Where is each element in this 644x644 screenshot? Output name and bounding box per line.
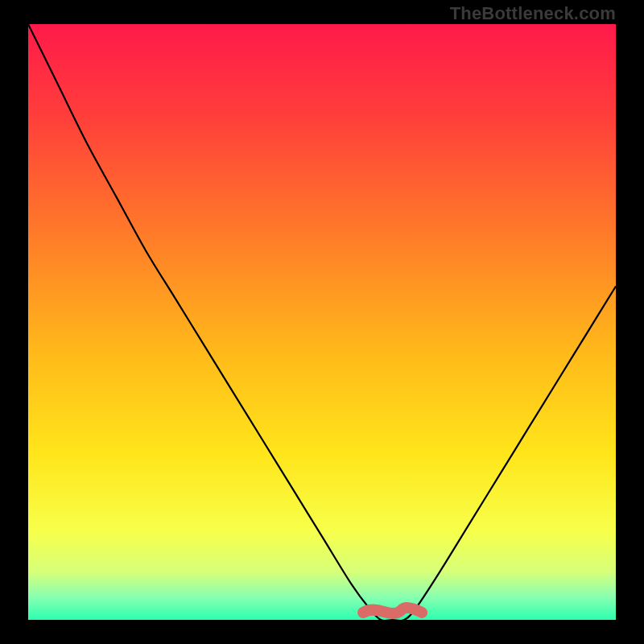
bottleneck-curve [28, 24, 616, 620]
plot-area [28, 24, 616, 620]
watermark-text: TheBottleneck.com [450, 3, 616, 24]
chart-container: TheBottleneck.com [0, 0, 644, 644]
